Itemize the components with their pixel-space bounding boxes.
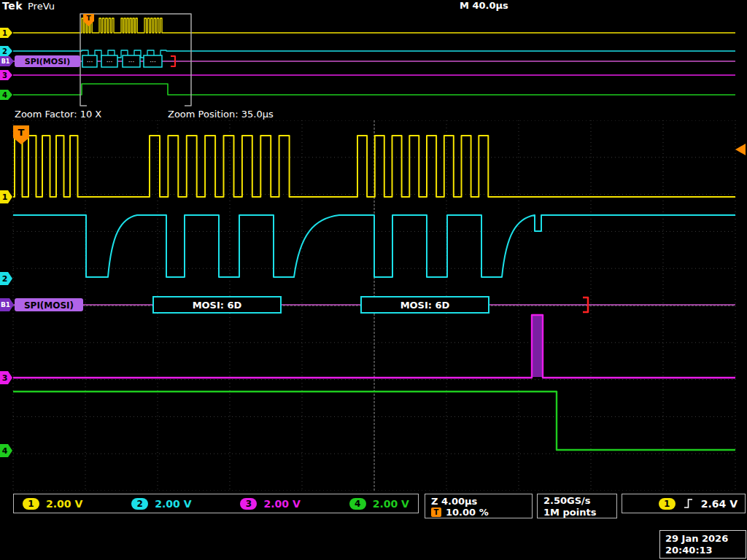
ch1-badge[interactable]: 1	[23, 498, 39, 510]
trigger-level-arrow[interactable]	[735, 144, 746, 155]
bus-label-text-overview: SPI(MOSI)	[25, 57, 70, 66]
sample-rate-readout: 2.50GS/s	[543, 495, 611, 506]
bus-label-text: SPI(MOSI)	[24, 300, 74, 311]
channel-marker-label-1: 1	[2, 29, 7, 37]
ch4-scale-readout[interactable]: 2.00 V	[373, 498, 409, 510]
channel-marker-label-B1: B1	[1, 301, 10, 308]
bus-decode-value: MOSI: 6D	[400, 300, 450, 311]
trigger-flag-letter: T	[18, 127, 25, 138]
zoom-position-readout[interactable]: Zoom Position: 35.0µs	[168, 109, 274, 120]
trigger-readout-box: 1 2.64 V	[622, 494, 746, 513]
channel-scale-readouts: 1 2.00 V 2 2.00 V 3 2.00 V 4 2.00 V	[13, 494, 419, 513]
ch4-trace-overview	[13, 84, 735, 95]
acquisition-status: PreVu	[28, 1, 55, 12]
trigger-slope-icon	[683, 497, 694, 510]
top-bar: Tek PreVu M 40.0µs	[0, 0, 747, 11]
trigger-level-readout[interactable]: 2.64 V	[701, 498, 738, 510]
bus-decode-mini-text: ···	[107, 58, 113, 66]
channel-marker-label-4: 4	[2, 446, 8, 456]
channel-marker-label-3: 3	[2, 71, 7, 79]
bus-decode-mini-text: ···	[150, 58, 156, 66]
trigger-flag-letter-overview: T	[86, 15, 91, 22]
tek-logo: Tek	[2, 0, 23, 12]
zoom-scale-readout[interactable]: Z 4.00µs	[431, 496, 477, 507]
zoom-info-bar: Zoom Factor: 10 X Zoom Position: 35.0µs	[0, 108, 747, 120]
channel-marker-label-3: 3	[2, 373, 8, 383]
bus-decode-mini-text: ···	[87, 58, 93, 66]
ch2-scale-readout[interactable]: 2.00 V	[155, 498, 191, 510]
ch2-trace-overview	[13, 50, 735, 58]
bus-decode-value: MOSI: 6D	[193, 300, 242, 311]
ch2-badge[interactable]: 2	[131, 498, 148, 510]
record-length-readout: 1M points	[543, 507, 611, 518]
channel-marker-label-4: 4	[2, 91, 7, 99]
zoom-waveform-area[interactable]: MOSI: 6DMOSI: 6DSPI(MOSI)T12B134	[0, 120, 747, 491]
ch2-scale-group: 2 2.00 V	[131, 498, 191, 510]
channel-marker-label-1: 1	[2, 192, 8, 202]
overview-waveform-area[interactable]: T············SPI(MOSI)12B134	[0, 11, 747, 108]
ch3-pulse-fill	[533, 316, 542, 377]
main-timebase-readout[interactable]: M 40.0µs	[460, 0, 508, 11]
zoom-scale-box: Z 4.00µs T 10.00 %	[425, 494, 533, 518]
trigger-position-readout[interactable]: 10.00 %	[446, 507, 489, 518]
ch4-badge[interactable]: 4	[349, 498, 366, 510]
trigger-source-badge[interactable]: 1	[659, 498, 676, 510]
channel-marker-label-2: 2	[2, 47, 7, 55]
ch1-scale-group: 1 2.00 V	[23, 498, 82, 510]
ch2-trace	[13, 215, 735, 277]
channel-marker-label-B1: B1	[1, 58, 10, 65]
ch3-scale-readout[interactable]: 2.00 V	[263, 498, 300, 510]
trigger-position-icon: T	[431, 508, 441, 517]
date-readout: 29 Jan 2026	[665, 533, 728, 545]
bus-decode-mini-text: ···	[128, 58, 135, 66]
zoom-factor-readout[interactable]: Zoom Factor: 10 X	[15, 109, 101, 120]
ch1-scale-readout[interactable]: 2.00 V	[46, 498, 82, 510]
ch4-scale-group: 4 2.00 V	[349, 498, 409, 510]
ch1-trace	[13, 136, 735, 197]
oscilloscope-screen: Tek PreVu M 40.0µs T············SPI(MOSI…	[0, 0, 747, 560]
ch3-badge[interactable]: 3	[240, 498, 257, 510]
acquisition-box: 2.50GS/s 1M points	[537, 494, 617, 518]
ch3-scale-group: 3 2.00 V	[240, 498, 300, 510]
time-readout: 20:40:13	[665, 545, 713, 556]
channel-marker-label-2: 2	[2, 274, 8, 284]
datetime-box: 29 Jan 2026 20:40:13	[659, 530, 746, 559]
status-bar: 1 2.00 V 2 2.00 V 3 2.00 V 4 2.00 V Z 4.…	[0, 493, 747, 521]
ch1-trace-overview	[13, 18, 735, 33]
